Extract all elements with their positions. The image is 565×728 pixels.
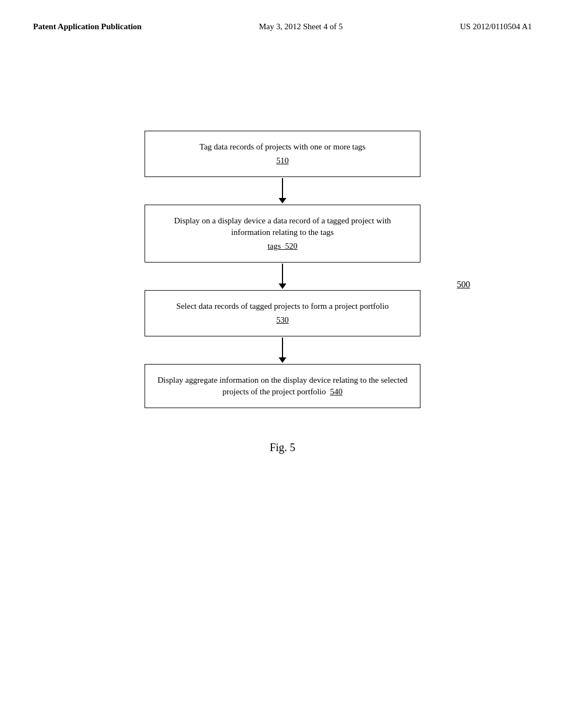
box-530-label: 530 xyxy=(156,314,409,326)
flowchart: 500 Tag data records of projects with on… xyxy=(139,131,426,408)
box-540-text: Display aggregate information on the dis… xyxy=(157,376,407,396)
box-530-text: Select data records of tagged projects t… xyxy=(177,302,389,311)
publication-label: Patent Application Publication xyxy=(33,22,142,31)
process-label-500: 500 xyxy=(457,280,470,290)
arrow-1-line xyxy=(282,178,283,198)
arrow-3 xyxy=(279,336,286,364)
arrow-3-head xyxy=(279,357,286,363)
box-520-label: tags 520 xyxy=(156,240,409,252)
flow-box-540: Display aggregate information on the dis… xyxy=(145,364,420,408)
arrow-2-head xyxy=(279,283,286,289)
flow-box-520: Display on a display device a data recor… xyxy=(145,205,420,263)
flow-box-530: Select data records of tagged projects t… xyxy=(145,290,420,336)
date-sheet-label: May 3, 2012 Sheet 4 of 5 xyxy=(259,22,343,31)
arrow-3-line xyxy=(282,338,283,357)
arrow-1-head xyxy=(279,198,286,204)
arrow-1 xyxy=(279,177,286,205)
arrow-2 xyxy=(279,263,286,290)
patent-number-label: US 2012/0110504 A1 xyxy=(460,22,532,31)
figure-caption: Fig. 5 xyxy=(270,441,296,454)
box-520-text: Display on a display device a data recor… xyxy=(174,216,391,237)
arrow-2-line xyxy=(282,264,283,283)
page-header: Patent Application Publication May 3, 20… xyxy=(0,0,565,31)
box-510-text: Tag data records of projects with one or… xyxy=(200,142,366,151)
box-510-label: 510 xyxy=(156,155,409,167)
diagram-container: 500 Tag data records of projects with on… xyxy=(0,131,565,454)
flow-box-510: Tag data records of projects with one or… xyxy=(145,131,420,177)
